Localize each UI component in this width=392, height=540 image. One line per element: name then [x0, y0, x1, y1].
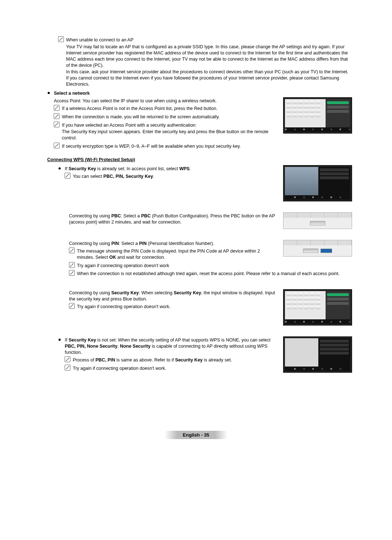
- bullet-select-network: ● Select a network Access Point: You can…: [47, 90, 352, 151]
- paragraph-pin: Connecting by using PIN: Select a PIN (P…: [69, 241, 278, 261]
- paragraph: If Security Key is already set: In acces…: [65, 166, 278, 172]
- bullet-icon: ●: [58, 336, 61, 342]
- note-icon: [65, 173, 70, 179]
- paragraph-pbc: Connecting by using PBC: Select a PBC (P…: [69, 213, 278, 225]
- note-icon: [65, 356, 70, 362]
- note-text: Try again if connecting operation doesn'…: [77, 263, 169, 269]
- paragraph: If Security Key is not set: When the sec…: [65, 337, 278, 356]
- page-footer: English - 35: [165, 431, 228, 439]
- note-text: If security encryption type is WEP, 0~9,…: [62, 143, 241, 150]
- screenshot-security-key-input: ⟲⟲⟲⟲: [283, 97, 352, 134]
- note-icon: [69, 262, 75, 268]
- note-icon: [54, 143, 60, 148]
- note-text: The Security Key input screen appears. E…: [62, 129, 278, 141]
- screenshot-wps-list: ⟲⟲⟲: [283, 165, 352, 201]
- screenshot-none-security: ⟲⟲⟲: [283, 336, 352, 373]
- note-text: You can select PBC, PIN, Security Key.: [73, 173, 154, 180]
- note-unable-connect: When unable to connect to an AP Your TV …: [58, 36, 352, 88]
- note-text: If you have selected an Access Point wit…: [62, 122, 278, 128]
- paragraph-security-key: Connecting by using Security Key: When s…: [69, 290, 278, 311]
- note-icon: [65, 365, 70, 371]
- section-title-wps: Connecting WPS (Wi-Fi Protected Setup): [47, 157, 352, 163]
- bullet-title: Select a network: [54, 90, 352, 97]
- note-icon: [69, 248, 75, 253]
- note-text: Try again if connecting operation doesn'…: [77, 304, 171, 310]
- note-text: The message showing the PIN Code is disp…: [77, 248, 278, 261]
- screenshot-pin: [283, 240, 352, 257]
- screenshot-security-key: ⟲⟲⟲⟲: [283, 289, 352, 326]
- bullet-security-key-set: ● If Security Key is already set: In acc…: [58, 165, 278, 181]
- note-text: If a wireless Access Point is not in the…: [62, 106, 217, 112]
- note-text: Process of PBC, PIN is same as above. Re…: [73, 357, 232, 363]
- note-text: When the connection is not established a…: [77, 271, 339, 277]
- paragraph: Access Point: You can select the IP shar…: [54, 98, 278, 104]
- note-icon: [58, 36, 64, 42]
- note-title: When unable to connect to an AP: [66, 37, 352, 43]
- note-icon: [54, 113, 60, 119]
- note-icon: [69, 270, 75, 276]
- bullet-icon: ●: [47, 90, 50, 95]
- note-text: When the connection is made, you will be…: [62, 114, 220, 120]
- paragraph: In this case, ask your Internet service …: [66, 69, 352, 87]
- note-text: Try again if connecting operation doesn'…: [73, 365, 166, 372]
- paragraph: Your TV may fail to locate an AP that is…: [66, 44, 352, 69]
- note-icon: [54, 105, 60, 111]
- note-icon: [69, 303, 75, 309]
- bullet-security-key-not-set: ● If Security Key is not set: When the s…: [58, 336, 278, 373]
- bullet-icon: ●: [58, 165, 61, 171]
- note-icon: [54, 122, 60, 127]
- screenshot-pbc: [283, 212, 352, 229]
